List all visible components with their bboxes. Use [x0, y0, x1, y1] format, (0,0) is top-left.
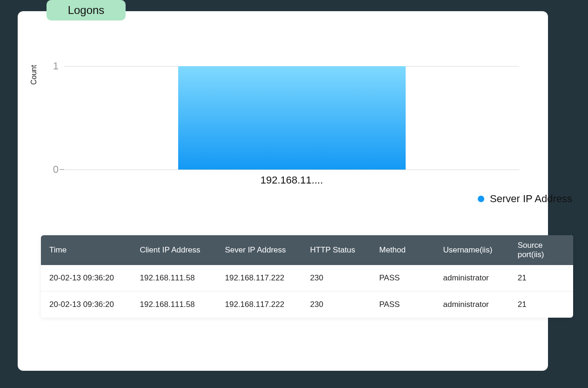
table-cell: PASS — [371, 292, 434, 318]
table-cell: 192.168.111.58 — [131, 265, 216, 292]
xcategory-label: 192.168.11.... — [261, 174, 323, 186]
table-header-cell[interactable]: HTTP Status — [302, 235, 371, 265]
axis-tick-mark — [60, 169, 64, 170]
table-cell: 230 — [302, 265, 371, 292]
table-cell: 20-02-13 09:36:20 — [41, 292, 131, 318]
table-row[interactable]: 20-02-13 09:36:20192.168.111.58192.168.1… — [41, 292, 573, 318]
table-header-cell[interactable]: Source port(iis) — [509, 235, 573, 265]
legend-dot-icon — [478, 196, 484, 202]
table-header-row: TimeClient IP AddressSever IP AddressHTT… — [41, 235, 573, 265]
logons-table: TimeClient IP AddressSever IP AddressHTT… — [41, 235, 573, 318]
ytick-label: 1 — [53, 60, 59, 72]
ytick-label: 0 — [53, 163, 59, 176]
table-header-cell[interactable]: Client IP Address — [131, 235, 216, 265]
chart-legend: Server IP Address — [478, 193, 572, 205]
legend-label: Server IP Address — [490, 193, 572, 205]
table-cell: PASS — [371, 265, 434, 292]
table-cell: administrator — [435, 265, 509, 292]
table-header-cell[interactable]: Method — [371, 235, 434, 265]
table-cell: administrator — [435, 292, 509, 318]
table-row[interactable]: 20-02-13 09:36:20192.168.111.58192.168.1… — [41, 265, 573, 292]
gridline-bottom — [64, 170, 519, 170]
table-cell: 21 — [509, 292, 573, 318]
table-cell: 21 — [509, 265, 573, 292]
chart-plot-area: 01192.168.11.... — [64, 66, 519, 170]
chart-bar[interactable] — [178, 66, 406, 170]
table-header-cell[interactable]: Sever IP Address — [217, 235, 302, 265]
table-header-cell[interactable]: Username(iis) — [435, 235, 509, 265]
table-cell: 192.168.117.222 — [217, 265, 302, 292]
table-cell: 20-02-13 09:36:20 — [41, 265, 131, 292]
table-body: 20-02-13 09:36:20192.168.111.58192.168.1… — [41, 265, 573, 318]
table-cell: 192.168.111.58 — [131, 292, 216, 318]
logons-bar-chart: Count 01192.168.11.... — [33, 61, 526, 205]
table-cell: 192.168.117.222 — [217, 292, 302, 318]
tab-logons[interactable]: Logons — [47, 0, 126, 20]
table-cell: 230 — [302, 292, 371, 318]
table-header-cell[interactable]: Time — [41, 235, 131, 265]
tab-label: Logons — [68, 4, 105, 17]
